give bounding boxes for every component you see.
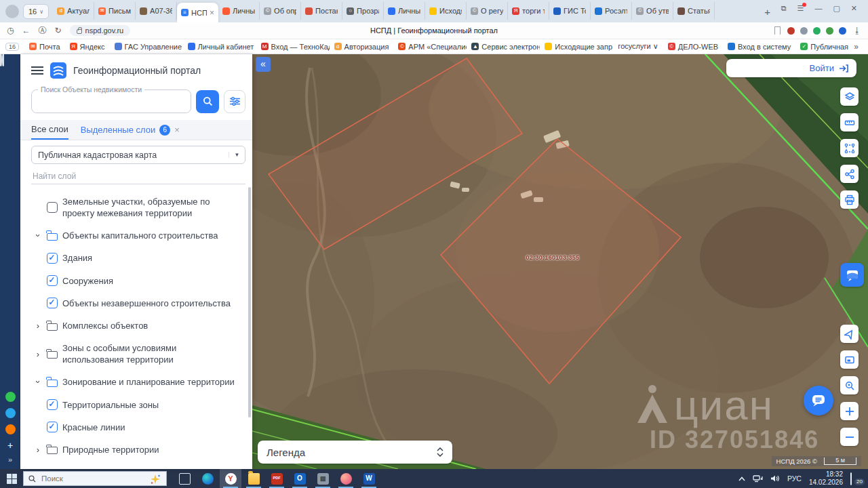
clock[interactable]: 18:32 14.02.2026 bbox=[809, 470, 843, 487]
layer-row[interactable]: › Комплексы объектов bbox=[20, 314, 252, 337]
back-icon[interactable]: ← bbox=[22, 26, 30, 35]
login-button[interactable]: Войти bbox=[726, 59, 856, 77]
object-search-field[interactable]: Поиск Объекты недвижимости bbox=[31, 89, 191, 113]
basemap-select[interactable]: Публичная кадастровая карта ▼ bbox=[31, 146, 245, 164]
zoom-out-button[interactable] bbox=[840, 428, 859, 446]
bookmark-item[interactable]: © ДЕЛО-WEB bbox=[663, 43, 723, 51]
taskbar-app-button[interactable] bbox=[243, 469, 264, 488]
bookmark-item[interactable]: ГАС Управление bbox=[110, 43, 183, 51]
bookmark-item[interactable]: © АРМ «Специалис bbox=[393, 43, 467, 51]
tab-selected-layers[interactable]: Выделенные слои 6 × bbox=[81, 125, 180, 136]
browser-tab[interactable]: Исходя × bbox=[425, 2, 467, 20]
map-view[interactable]: « Войти bbox=[252, 54, 868, 469]
locate-button[interactable] bbox=[840, 325, 859, 343]
extension-icon[interactable] bbox=[839, 27, 846, 35]
basemap-switch-button[interactable] bbox=[840, 263, 864, 287]
chevron-icon[interactable]: › bbox=[34, 232, 43, 240]
taskbar-app-button[interactable]: O bbox=[289, 469, 311, 488]
chevron-icon[interactable]: › bbox=[34, 378, 43, 386]
bookmark-item[interactable]: d Авторизация bbox=[330, 43, 394, 51]
browser-tab[interactable]: d Актуаль × bbox=[53, 2, 94, 20]
menu-icon[interactable] bbox=[31, 66, 43, 75]
extension-icon[interactable] bbox=[787, 27, 795, 35]
taskbar-app-button[interactable]: PDF bbox=[266, 469, 288, 488]
bookmark-item[interactable]: Личный кабинет bbox=[183, 43, 256, 51]
bookmark-item[interactable]: Я Яндекс bbox=[65, 43, 110, 51]
taskbar-app-button[interactable] bbox=[174, 469, 195, 488]
browser-tab[interactable]: © О регул × bbox=[467, 2, 508, 20]
layer-row[interactable]: › Зоны с особыми условиями использования… bbox=[20, 337, 252, 371]
refresh-icon[interactable]: ↻ bbox=[54, 26, 61, 35]
overview-map-button[interactable] bbox=[840, 350, 859, 369]
layer-row[interactable]: › Территориальные зоны bbox=[20, 394, 252, 416]
area-search-button[interactable] bbox=[840, 376, 859, 394]
bookmark-item[interactable]: Вход в систему bbox=[723, 43, 795, 51]
extension-icon[interactable] bbox=[813, 27, 821, 35]
bookmark-item[interactable]: ▲ Сервис электрон bbox=[467, 43, 540, 51]
tab-all-layers[interactable]: Все слои bbox=[31, 120, 68, 140]
print-button[interactable] bbox=[840, 190, 859, 209]
add-shortcut-button[interactable]: + bbox=[7, 441, 13, 450]
strip-expand-icon[interactable]: » bbox=[8, 456, 12, 464]
layer-row[interactable]: › Объекты незавершенного строительства bbox=[20, 292, 252, 314]
layer-row[interactable]: › Здания bbox=[20, 247, 252, 269]
maximize-button[interactable]: ▢ bbox=[833, 5, 840, 12]
layer-row[interactable]: › Земельные участки, образуемые по проек… bbox=[20, 190, 252, 224]
bookmark-item[interactable]: Исходящие запр bbox=[540, 43, 613, 51]
browser-tab[interactable]: ✉ Письмо × bbox=[94, 2, 136, 20]
bookmark-item[interactable]: М Вход — ТехноКад bbox=[256, 43, 330, 51]
bookmark-item[interactable]: госуслуги ∨ bbox=[613, 42, 663, 51]
layer-checkbox[interactable] bbox=[47, 202, 58, 213]
taskbar-app-button[interactable]: W bbox=[358, 469, 380, 488]
history-icon[interactable]: ◷ bbox=[7, 26, 14, 35]
browser-tab[interactable]: © Об утв × bbox=[632, 2, 673, 20]
chat-button[interactable] bbox=[804, 386, 833, 415]
start-button[interactable] bbox=[0, 469, 23, 488]
volume-icon[interactable] bbox=[770, 474, 780, 483]
downloads-icon[interactable]: ⭳ bbox=[853, 26, 861, 35]
network-icon[interactable] bbox=[753, 474, 763, 483]
search-filters-button[interactable] bbox=[224, 90, 245, 113]
browser-tab[interactable]: А07-36 × bbox=[136, 2, 177, 20]
browser-tab[interactable]: Постан × bbox=[301, 2, 342, 20]
extension-icon[interactable] bbox=[826, 27, 833, 35]
tab-close-icon[interactable]: × bbox=[174, 125, 180, 135]
layer-search-input[interactable] bbox=[31, 168, 245, 184]
close-button[interactable]: ✕ bbox=[851, 5, 857, 12]
browser-tab[interactable]: ≡ НСПД × bbox=[177, 3, 218, 22]
layer-row[interactable]: › Зоны социального, экономического разви… bbox=[20, 461, 252, 469]
layer-checkbox[interactable] bbox=[47, 399, 58, 410]
screenshot-icon[interactable] bbox=[3, 54, 4, 66]
bookmark-item[interactable]: ✉ Почта bbox=[24, 43, 65, 51]
panel-collapse-button[interactable]: « bbox=[256, 57, 271, 72]
browser-tab[interactable]: Росэлт × bbox=[591, 2, 632, 20]
layer-row[interactable]: › Красные линии bbox=[20, 416, 252, 439]
bookmark-flag-icon[interactable] bbox=[774, 26, 781, 35]
browser-tab[interactable]: ○ Прозра × bbox=[342, 2, 384, 20]
chevron-icon[interactable]: › bbox=[34, 321, 42, 330]
bookmarks-counter-chip[interactable]: 16 bbox=[5, 43, 19, 51]
bookmarks-overflow-icon[interactable]: » bbox=[850, 42, 863, 52]
telegram-icon[interactable] bbox=[5, 408, 16, 418]
minimize-button[interactable]: — bbox=[814, 5, 822, 12]
taskbar-search[interactable] bbox=[23, 471, 167, 486]
layer-row[interactable]: › Зонирование и планирование территории bbox=[20, 371, 252, 393]
layer-row[interactable]: › Сооружения bbox=[20, 270, 252, 292]
legend-toggle[interactable]: Легенда bbox=[258, 441, 452, 464]
panel-scrollbar[interactable] bbox=[248, 187, 251, 418]
language-indicator[interactable]: РУС bbox=[787, 474, 802, 483]
bookmark-item[interactable]: ✓ Публичная кадас bbox=[795, 43, 850, 51]
layer-checkbox[interactable] bbox=[47, 298, 58, 308]
share-button[interactable] bbox=[840, 165, 859, 183]
tab-panel-icon[interactable]: ⧉ bbox=[781, 5, 787, 12]
search-button[interactable] bbox=[196, 90, 219, 113]
taskbar-app-button[interactable]: ▤ bbox=[312, 469, 334, 488]
browser-tab[interactable]: Я торги т × bbox=[508, 2, 549, 20]
tab-close-icon[interactable]: × bbox=[210, 8, 214, 18]
notification-center-button[interactable]: 20 bbox=[850, 473, 863, 484]
taskbar-search-input[interactable] bbox=[40, 474, 128, 483]
chevron-icon[interactable]: › bbox=[34, 350, 42, 359]
yandex-search-icon[interactable]: Ⓐ bbox=[38, 26, 46, 35]
browser-menu-icon[interactable]: ☰ bbox=[797, 5, 804, 12]
hidden-icons-chevron[interactable] bbox=[738, 476, 745, 481]
